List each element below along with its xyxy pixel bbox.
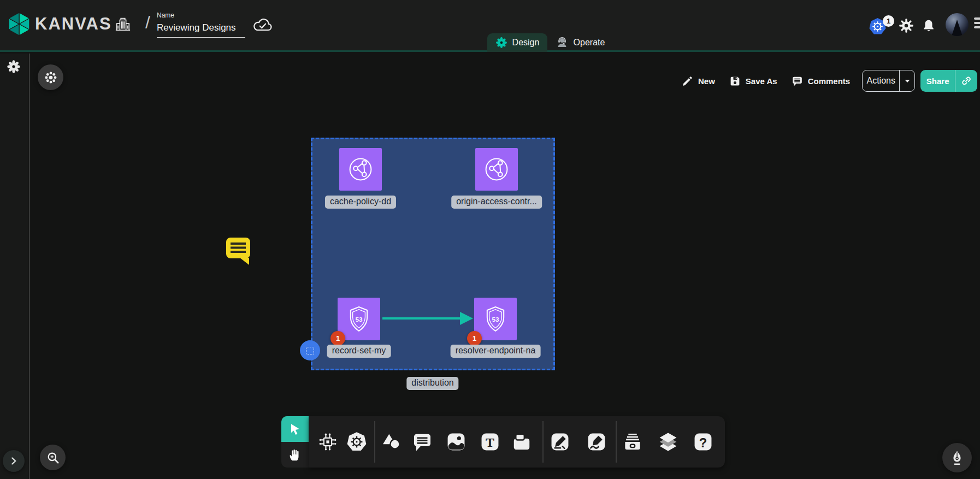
shapes-icon — [381, 431, 402, 452]
link-chain-icon — [961, 75, 972, 86]
record-set-error-badge[interactable]: 1 — [330, 331, 345, 346]
sticky-note-icon — [511, 431, 532, 452]
pen-mode-button[interactable] — [942, 443, 972, 472]
route53-record-set-icon — [344, 304, 374, 334]
node-label-origin-access-control[interactable]: origin-access-contr... — [451, 196, 542, 209]
canvas-settings-button[interactable] — [38, 64, 63, 90]
image-tool[interactable] — [445, 431, 467, 453]
comments-button[interactable]: Comments — [792, 75, 851, 87]
tab-operate-label: Operate — [574, 38, 605, 48]
kanvas-app: KANVAS / Name Design Operate 1 — [0, 0, 980, 479]
sidebar-expand-button[interactable] — [3, 450, 25, 472]
menu-icon[interactable] — [974, 17, 980, 33]
kanvas-logo-icon[interactable] — [8, 11, 31, 37]
node-cache-policy[interactable] — [339, 148, 382, 191]
kubernetes-wheel-icon — [346, 431, 367, 452]
sidebar-swirl-icon[interactable] — [7, 60, 21, 74]
comment-bubble-icon — [412, 431, 433, 452]
design-swirl-icon — [495, 37, 507, 49]
resolver-endpoint-error-badge[interactable]: 1 — [467, 331, 482, 346]
notifications-bell-icon[interactable] — [922, 19, 936, 33]
question-mark-icon — [693, 431, 713, 452]
pen-ruler-icon — [550, 431, 570, 452]
flower-gear-icon — [44, 70, 58, 85]
floppy-save-icon — [729, 75, 741, 87]
actions-dropdown-toggle[interactable] — [899, 70, 914, 91]
share-label[interactable]: Share — [920, 70, 955, 92]
actions-split-button[interactable]: Actions — [862, 70, 915, 92]
node-origin-access-control[interactable] — [475, 148, 518, 191]
help-tool[interactable] — [692, 431, 714, 453]
cloud-saved-icon — [251, 16, 274, 34]
sketch-tool[interactable] — [586, 431, 607, 453]
comments-label: Comments — [808, 76, 851, 86]
design-name-field: Name — [157, 11, 245, 38]
node-label-cache-policy[interactable]: cache-policy-dd — [325, 196, 396, 209]
hand-icon — [288, 448, 302, 462]
organization-building-icon[interactable] — [115, 15, 131, 33]
circuit-chip-icon — [317, 431, 338, 452]
toolbar-divider — [374, 421, 375, 463]
pencil-scribble-icon — [586, 431, 607, 452]
text-tool[interactable] — [479, 431, 501, 453]
pen-tool[interactable] — [549, 431, 571, 453]
canvas-comment-marker[interactable] — [225, 236, 251, 265]
settings-gear-icon[interactable] — [899, 18, 914, 33]
left-sidebar — [0, 54, 29, 479]
new-label: New — [698, 76, 715, 86]
kubernetes-context-button[interactable]: 1 — [869, 15, 895, 36]
archive-tool[interactable] — [622, 431, 644, 453]
brand-wordmark: KANVAS — [35, 14, 112, 34]
save-as-label: Save As — [746, 76, 777, 86]
magnifier-plus-icon — [46, 451, 60, 465]
node-label-record-set[interactable]: record-set-my — [327, 345, 391, 358]
pointer-tool-group — [281, 416, 309, 468]
canvas-action-toolbar: New Save As Comments Actions Share — [682, 70, 977, 92]
drawer-archive-icon — [622, 431, 643, 452]
breadcrumb-separator: / — [145, 13, 150, 33]
note-tool[interactable] — [511, 431, 533, 453]
cloudfront-origin-access-control-icon — [482, 155, 511, 184]
chevron-right-icon — [8, 455, 20, 467]
edge-record-set-to-resolver[interactable] — [380, 310, 476, 327]
image-icon — [446, 431, 467, 452]
copy-link-button[interactable] — [955, 70, 977, 92]
layers-tool[interactable] — [657, 431, 679, 453]
layers-icon — [658, 431, 678, 452]
pen-nib-icon — [949, 450, 965, 466]
pan-tool[interactable] — [281, 442, 309, 468]
save-as-button[interactable]: Save As — [729, 75, 777, 87]
tab-operate[interactable]: Operate — [548, 33, 612, 52]
shapes-tool[interactable] — [381, 431, 403, 453]
app-header: KANVAS / Name Design Operate 1 — [0, 0, 980, 52]
integrations-tool[interactable] — [317, 431, 339, 453]
toolbar-divider — [542, 421, 544, 463]
select-tool[interactable] — [281, 416, 309, 442]
actions-label[interactable]: Actions — [863, 70, 899, 91]
cursor-arrow-icon — [288, 422, 302, 436]
cloudfront-cache-policy-icon — [346, 155, 375, 184]
comment-tool[interactable] — [411, 431, 433, 453]
comment-bubble-icon — [792, 75, 803, 87]
text-t-icon — [480, 431, 500, 452]
user-avatar[interactable] — [946, 13, 969, 36]
route53-resolver-endpoint-icon — [481, 304, 510, 334]
group-label-distribution[interactable]: distribution — [406, 377, 458, 390]
group-selection-handle[interactable] — [300, 340, 320, 360]
tab-design[interactable]: Design — [487, 33, 547, 52]
name-field-label: Name — [157, 11, 245, 19]
caret-down-icon — [904, 77, 911, 85]
pencil-icon — [682, 75, 693, 87]
toolbar-divider — [616, 421, 617, 463]
share-split-button[interactable]: Share — [920, 70, 977, 92]
toolbar-body — [309, 416, 725, 468]
tab-design-label: Design — [512, 38, 540, 48]
kubernetes-count-badge: 1 — [883, 15, 894, 27]
design-name-input[interactable] — [157, 21, 245, 38]
zoom-in-button[interactable] — [40, 445, 66, 470]
operate-person-icon — [556, 36, 569, 49]
new-button[interactable]: New — [682, 75, 715, 87]
node-label-resolver-endpoint[interactable]: resolver-endpoint-na — [451, 345, 541, 358]
kubernetes-tool[interactable] — [346, 431, 368, 453]
